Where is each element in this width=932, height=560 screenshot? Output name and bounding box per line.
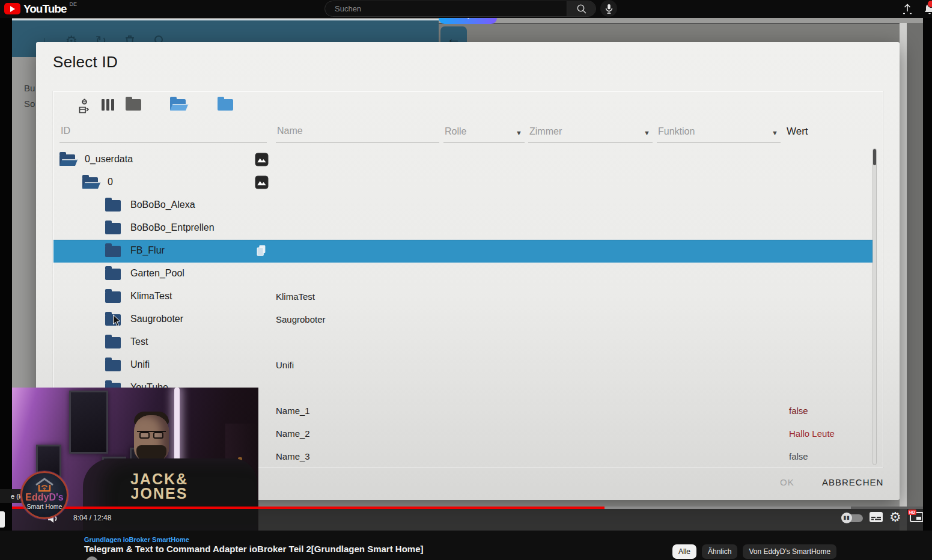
closed-folder-icon <box>105 360 121 371</box>
state-row-value: false <box>789 406 808 416</box>
name-filter-input[interactable] <box>276 120 439 142</box>
subtitles-icon[interactable] <box>869 511 883 523</box>
youtube-region-label: DE <box>69 1 77 7</box>
tree-row-0[interactable]: 0 <box>53 171 874 194</box>
youtube-header: YouTube DE <box>0 0 932 18</box>
video-player[interactable]: ↓ ⚙ ↻ ← Bu So Select ID <box>12 18 923 531</box>
tree-row-label: Unifi <box>130 359 150 370</box>
columns-view-icon[interactable] <box>102 99 114 111</box>
youtube-logo[interactable]: YouTube DE <box>4 1 77 16</box>
progress-played <box>12 507 605 509</box>
search-bar[interactable] <box>324 1 596 17</box>
closed-folder-icon <box>105 337 121 348</box>
closed-folder-icon <box>105 246 121 257</box>
dialog-title: Select ID <box>53 53 118 72</box>
tree-row-0_userdata[interactable]: 0_userdata <box>53 148 874 171</box>
upload-icon[interactable] <box>901 2 915 16</box>
folder-view-icon[interactable] <box>218 99 233 111</box>
notification-badge <box>927 0 932 8</box>
tree-row-Saugroboter[interactable]: SaugroboterSaugroboter <box>53 308 874 331</box>
zimmer-filter-select[interactable]: Zimmer ▼ <box>528 120 653 142</box>
logo-subtitle: Smart Home <box>22 503 67 510</box>
tree-row-Unifi[interactable]: UnifiUnifi <box>53 354 874 377</box>
tree-row-label: BoBoBo_Alexa <box>130 199 195 210</box>
chip-von-eddyd-s-smarthome[interactable]: Von EddyD's SmartHome <box>743 544 836 559</box>
youtube-play-icon <box>4 3 20 14</box>
ok-button[interactable]: OK <box>780 477 794 487</box>
progress-buffered <box>605 507 851 509</box>
youtube-logo-text: YouTube <box>23 2 66 16</box>
mouse-cursor <box>112 314 121 327</box>
chip-ähnlich[interactable]: Ähnlich <box>702 544 737 559</box>
tree-row-name: KlimaTest <box>276 291 315 302</box>
state-row-name: Name_2 <box>276 428 310 439</box>
tree-row-name: Unifi <box>276 360 294 370</box>
logo-name: EddyD's <box>22 493 67 502</box>
funktion-label: Funktion <box>658 126 695 137</box>
chevron-down-icon: ▼ <box>516 129 522 136</box>
state-row-value: Hallo Leute <box>789 428 835 439</box>
settings-gear-icon[interactable]: ⚙ <box>889 511 901 524</box>
tree-row-label: Garten_Pool <box>130 268 184 279</box>
search-input[interactable] <box>325 1 567 16</box>
state-row-name: Name_3 <box>276 451 310 461</box>
tree-row-BoBoBo_Alexa[interactable]: BoBoBo_Alexa <box>53 194 874 217</box>
wert-column-header: Wert <box>787 126 808 138</box>
copy-icon <box>255 244 269 258</box>
rolle-label: Rolle <box>445 126 466 137</box>
tree-row-Test[interactable]: Test <box>53 331 874 354</box>
tree-row-label: BoBoBo_Entprellen <box>130 222 215 233</box>
tree-row-Garten_Pool[interactable]: Garten_Pool <box>53 263 874 285</box>
playlist-link[interactable]: Grundlagen ioBroker SmartHome <box>84 536 189 543</box>
channel-watermark-logo[interactable]: EddyD's Smart Home <box>20 471 69 519</box>
state-row-value: false <box>789 451 808 461</box>
expert-mode-icon[interactable] <box>76 98 91 115</box>
tree-row-label: Test <box>130 336 148 347</box>
closed-folder-icon <box>105 200 121 212</box>
controls-scrim <box>12 509 923 531</box>
cancel-button[interactable]: ABBRECHEN <box>822 477 883 487</box>
name-filter-field[interactable] <box>276 120 439 142</box>
collapse-all-folder-icon[interactable] <box>126 99 141 111</box>
tree-row-BoBoBo_Entprellen[interactable]: BoBoBo_Entprellen <box>53 217 874 240</box>
wall-poster <box>69 391 108 454</box>
filter-chips: AlleÄhnlichVon EddyD's SmartHome <box>672 544 836 559</box>
time-display: 8:04 / 12:48 <box>73 514 111 522</box>
autoplay-knob: ▮▮ <box>841 513 852 523</box>
progress-bar[interactable] <box>12 507 923 509</box>
tree-row-label: 0_userdata <box>85 154 133 165</box>
closed-folder-icon <box>105 291 121 303</box>
tree-row-label: Saugroboter <box>130 314 183 324</box>
scrollbar-thumb[interactable] <box>873 149 876 165</box>
funktion-filter-select[interactable]: Funktion ▼ <box>657 120 781 142</box>
tree-row-FB_Flur[interactable]: FB_Flur <box>53 240 874 263</box>
hd-quality-badge: HD <box>908 510 916 515</box>
hoodie-text: JACK& JONES <box>120 472 198 501</box>
window-edge <box>900 23 923 531</box>
chevron-down-icon: ▼ <box>772 129 778 136</box>
autoplay-toggle[interactable]: ▮▮ <box>842 514 863 522</box>
video-title: Telegram & Text to Command Adapter ioBro… <box>84 544 424 554</box>
video-info-bar: Grundlagen ioBroker SmartHome Telegram &… <box>0 531 932 560</box>
channel-avatar[interactable] <box>86 556 98 560</box>
expand-all-folder-icon[interactable] <box>170 99 186 111</box>
search-button[interactable] <box>567 1 595 16</box>
person-glasses <box>137 431 166 438</box>
image-icon <box>255 153 269 167</box>
tree-row-label: 0 <box>108 177 113 187</box>
image-icon <box>255 175 269 190</box>
chip-alle[interactable]: Alle <box>672 544 696 559</box>
tree-row-KlimaTest[interactable]: KlimaTestKlimaTest <box>53 285 874 308</box>
tree-row-label: KlimaTest <box>130 291 172 302</box>
dialog-scrollbar[interactable] <box>873 148 877 465</box>
voice-search-button[interactable] <box>600 0 617 17</box>
pause-button-fragment[interactable] <box>0 511 5 528</box>
id-filter-input[interactable] <box>59 120 267 142</box>
background-label-1: Bu <box>24 83 35 93</box>
open-folder-icon <box>59 154 75 166</box>
zimmer-label: Zimmer <box>529 126 562 137</box>
chevron-down-icon: ▼ <box>644 129 650 136</box>
browser-accent-pill <box>439 18 497 24</box>
id-filter-field[interactable] <box>59 120 267 142</box>
rolle-filter-select[interactable]: Rolle ▼ <box>443 120 525 142</box>
